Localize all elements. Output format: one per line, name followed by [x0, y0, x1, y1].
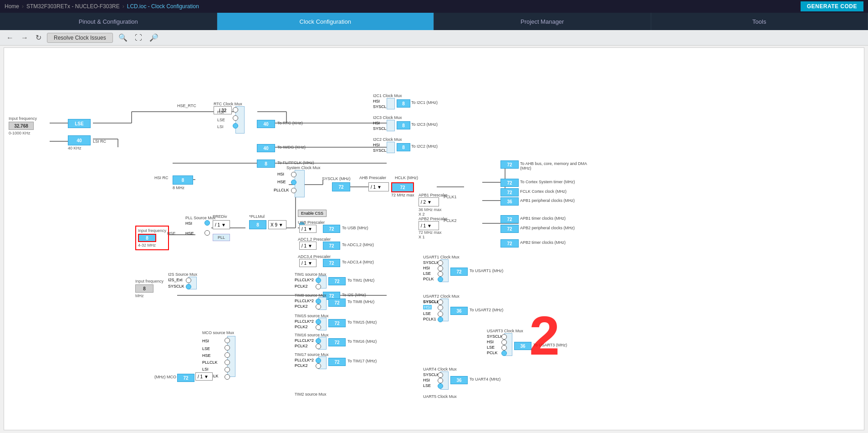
to-usart2-value[interactable]: 36 — [450, 307, 468, 315]
refresh-icon[interactable]: ↻ — [34, 32, 43, 43]
mco-circle-1[interactable] — [225, 338, 230, 343]
mco-value[interactable]: 72 — [177, 374, 194, 382]
to-tim17-value[interactable]: 72 — [328, 358, 346, 366]
mco-circle-6[interactable] — [225, 374, 230, 380]
to-apb2-value[interactable]: 72 — [500, 225, 519, 233]
tab-project[interactable]: Project Manager — [434, 13, 651, 30]
to-usb-value[interactable]: 72 — [323, 225, 340, 233]
i2c2-value[interactable]: 8 — [397, 143, 410, 151]
tim1-circle-1[interactable] — [316, 278, 321, 283]
uart4-circle-2[interactable] — [438, 378, 443, 383]
prediv-dropdown[interactable]: / 1 ▼ — [213, 220, 230, 229]
to-adc34-value[interactable]: 72 — [323, 259, 340, 267]
to-ahb-value[interactable]: 72 — [500, 160, 519, 169]
to-rtc-value[interactable]: 40 — [257, 120, 275, 128]
i2c3-value[interactable]: 8 — [397, 121, 410, 129]
breadcrumb-file[interactable]: LCD.ioc - Clock Configuration — [127, 3, 199, 10]
usart1-circle-3[interactable] — [438, 271, 443, 277]
input-freq-3-value[interactable]: 8 — [135, 284, 153, 293]
usart2-circle-4[interactable] — [438, 317, 443, 322]
uart4-circle-3[interactable] — [438, 383, 443, 389]
to-tim15-value[interactable]: 72 — [328, 319, 346, 327]
tim8-circle-2[interactable] — [316, 304, 321, 309]
usart1-circle-1[interactable] — [438, 260, 443, 266]
tab-clock[interactable]: Clock Configuration — [217, 13, 434, 30]
usart1-circle-4[interactable] — [438, 277, 443, 282]
zoom-out-icon[interactable]: 🔎 — [148, 32, 160, 43]
input-freq-hse-value[interactable]: 8 — [138, 234, 156, 242]
to-flitfclk-value[interactable]: 8 — [257, 160, 275, 168]
tim15-circle-2[interactable] — [316, 325, 321, 330]
pll-src-hse-circle[interactable] — [204, 230, 210, 236]
to-tim1-value[interactable]: 72 — [328, 277, 346, 285]
to-apb1-value[interactable]: 36 — [500, 197, 519, 206]
enable-css-container[interactable]: Enable CSS — [298, 210, 327, 217]
i2c3-mux[interactable] — [387, 120, 395, 131]
to-apb1-timer-value[interactable]: 72 — [500, 215, 519, 223]
tab-tools[interactable]: Tools — [651, 13, 868, 30]
i2c1-value[interactable]: 8 — [397, 99, 410, 108]
to-tim8-value[interactable]: 72 — [328, 299, 346, 307]
mco-prescaler-dropdown[interactable]: / 1 ▼ — [195, 372, 213, 381]
i2c2-mux[interactable] — [387, 142, 395, 153]
i2s-circle-2[interactable] — [186, 284, 191, 289]
rtc-mux-circle-1[interactable] — [233, 107, 238, 113]
input-freq-value-1[interactable]: 32.768 — [9, 122, 34, 130]
tim17-circle-2[interactable] — [316, 363, 321, 369]
tim15-circle-1[interactable] — [316, 319, 321, 325]
zoom-in-icon[interactable]: 🔍 — [117, 32, 129, 43]
usart2-circle-1[interactable] — [438, 299, 443, 305]
usart3-circle-2[interactable] — [501, 340, 507, 345]
tim8-circle-1[interactable] — [316, 299, 321, 304]
uart4-circle-1[interactable] — [438, 372, 443, 378]
hsi-rc-box[interactable]: 8 — [173, 175, 193, 185]
to-fclk-value[interactable]: 72 — [500, 188, 519, 196]
adc34-prescaler-dropdown[interactable]: / 1 ▼ — [299, 259, 317, 267]
usart2-circle-2[interactable] — [438, 305, 443, 310]
breadcrumb-chip[interactable]: STM32F303RETx - NUCLEO-F303RE — [26, 3, 120, 10]
fit-icon[interactable]: ⛶ — [133, 33, 144, 43]
to-cortex-value[interactable]: 72 — [500, 179, 519, 187]
pll-src-hsi-circle[interactable] — [204, 220, 210, 226]
lse-value[interactable]: 40 — [68, 135, 91, 145]
tim17-circle-1[interactable] — [316, 358, 321, 363]
tim16-circle-1[interactable] — [316, 338, 321, 344]
tim16-circle-2[interactable] — [316, 344, 321, 349]
to-tim16-value[interactable]: 72 — [328, 338, 346, 346]
usart3-circle-3[interactable] — [501, 345, 507, 351]
tim1-circle-2[interactable] — [316, 284, 321, 289]
pllmul-dropdown[interactable]: X 9 ▼ — [268, 220, 286, 229]
to-adc12-value[interactable]: 72 — [323, 242, 340, 250]
mco-circle-5[interactable] — [225, 367, 230, 372]
mco-circle-2[interactable] — [225, 345, 230, 351]
sys-mux-pll[interactable] — [291, 188, 296, 193]
sysclk-value[interactable]: 72 — [332, 182, 350, 191]
to-apb2-timer-value[interactable]: 72 — [500, 239, 519, 247]
undo-icon[interactable]: ← — [5, 33, 15, 43]
rtc-mux-circle-2[interactable] — [233, 115, 238, 121]
to-uart4-value[interactable]: 36 — [450, 376, 468, 384]
tab-pinout[interactable]: Pinout & Configuration — [0, 13, 217, 30]
generate-code-button[interactable]: GENERATE CODE — [801, 1, 863, 11]
ahb-prescaler-dropdown[interactable]: / 1 ▼ — [368, 182, 389, 191]
to-iwdg-value[interactable]: 40 — [257, 144, 275, 152]
sys-mux-hsi[interactable] — [291, 172, 296, 177]
redo-icon[interactable]: → — [19, 33, 30, 43]
to-usart1-value[interactable]: 72 — [450, 268, 468, 276]
pllmul-value[interactable]: 8 — [249, 220, 266, 229]
usart3-circle-4[interactable] — [501, 351, 507, 356]
resolve-clock-button[interactable]: Resolve Clock Issues — [47, 33, 113, 43]
apb1-prescaler-dropdown[interactable]: / 2 ▼ — [419, 197, 439, 206]
adc12-prescaler-dropdown[interactable]: / 1 ▼ — [299, 242, 317, 250]
usart2-circle-3[interactable] — [438, 311, 443, 317]
rtc-mux-circle-3[interactable] — [233, 123, 238, 129]
mco-circle-4[interactable] — [225, 360, 230, 365]
i2c1-mux[interactable] — [387, 98, 395, 109]
hclk-value[interactable]: 72 — [391, 182, 414, 192]
enable-css-button[interactable]: Enable CSS — [298, 210, 327, 217]
usb-prescaler-dropdown[interactable]: / 1 ▼ — [299, 225, 317, 233]
apb2-prescaler-dropdown[interactable]: / 1 ▼ — [419, 221, 439, 230]
breadcrumb-home[interactable]: Home — [5, 3, 19, 10]
usart1-circle-2[interactable] — [438, 266, 443, 271]
i2s-circle-1[interactable] — [186, 278, 191, 283]
